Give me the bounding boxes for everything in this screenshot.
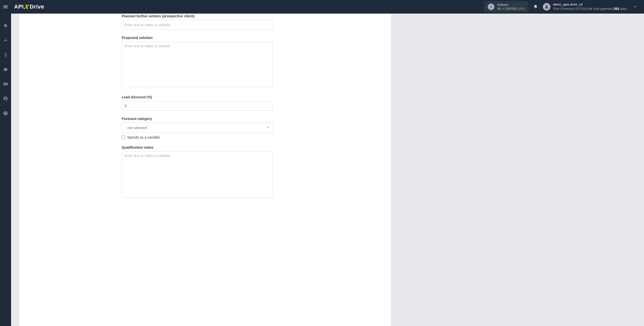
nav-billing[interactable] xyxy=(0,51,11,59)
label-forecast-category: Forecast category xyxy=(122,117,273,121)
textarea-proposed-solution[interactable] xyxy=(122,42,273,88)
actions-counter[interactable]: i Actions: 66 of 200'000 (0%) xyxy=(484,1,529,12)
brand-logo: API X Drive xyxy=(14,3,44,11)
user-texts: demo_apix-drive_s3 Plan |Premium EXTRA| … xyxy=(553,3,627,11)
home-icon xyxy=(3,23,8,28)
field-forecast-category: Forecast category - not selected - Speci… xyxy=(122,117,273,139)
sitemap-icon xyxy=(3,38,8,43)
label-qualification-notes: Qualification notes xyxy=(122,145,273,149)
dollar-icon xyxy=(3,52,8,57)
actions-of: of xyxy=(502,7,505,11)
field-lead-discount: Lead discount (%) xyxy=(122,95,273,111)
nav-home[interactable] xyxy=(0,22,11,30)
user-plan: Plan |Premium EXTRA| left until payment … xyxy=(553,7,627,11)
top-bar: API X Drive i Actions: 66 of 200'000 (0%… xyxy=(0,0,644,14)
user-circle-icon xyxy=(3,96,8,101)
actions-max: 200'000 xyxy=(505,7,517,11)
input-planned-actions[interactable] xyxy=(122,20,273,30)
field-proposed-solution: Proposed solution xyxy=(122,36,273,89)
textarea-qualification-notes[interactable] xyxy=(122,151,273,198)
field-qualification-notes: Qualification notes xyxy=(122,145,273,199)
nav-account[interactable] xyxy=(0,95,11,103)
side-nav xyxy=(0,14,11,326)
brand-part-api: API xyxy=(14,4,24,10)
brand-part-x: X xyxy=(24,3,29,11)
forecast-specify-variable[interactable]: Specify as a variable xyxy=(122,135,273,139)
label-proposed-solution: Proposed solution xyxy=(122,36,273,40)
avatar xyxy=(543,3,550,11)
label-lead-discount: Lead discount (%) xyxy=(122,95,273,99)
nav-projects[interactable] xyxy=(0,65,11,73)
input-lead-discount[interactable] xyxy=(122,101,273,111)
field-planned-actions: Planned further actions (prospective cli… xyxy=(122,14,273,30)
hamburger-icon xyxy=(3,4,8,10)
actions-label: Actions: xyxy=(497,3,525,7)
checkbox-specify-variable[interactable] xyxy=(122,136,125,139)
actions-text: Actions: 66 of 200'000 (0%) xyxy=(497,3,525,11)
nav-connections[interactable] xyxy=(0,36,11,44)
content-stage: Planned further actions (prospective cli… xyxy=(11,14,644,326)
question-icon xyxy=(3,111,8,116)
label-specify-variable: Specify as a variable xyxy=(127,135,160,139)
actions-percent: (0%) xyxy=(518,7,525,11)
chevron-down-icon xyxy=(633,5,637,9)
notifications-button[interactable] xyxy=(531,5,540,9)
nav-videos[interactable] xyxy=(0,80,11,88)
menu-toggle-button[interactable] xyxy=(0,0,11,14)
bell-icon xyxy=(533,5,538,9)
user-icon xyxy=(544,5,549,9)
brand-part-drive: Drive xyxy=(30,4,44,10)
user-menu-chevron[interactable] xyxy=(630,5,640,9)
nav-help[interactable] xyxy=(0,109,11,117)
youtube-icon xyxy=(3,82,8,87)
briefcase-icon xyxy=(3,67,8,72)
form-panel: Planned further actions (prospective cli… xyxy=(19,14,391,326)
label-planned-actions: Planned further actions (prospective cli… xyxy=(122,14,273,18)
user-menu[interactable]: demo_apix-drive_s3 Plan |Premium EXTRA| … xyxy=(543,3,627,11)
select-forecast-category[interactable]: - not selected - xyxy=(122,123,273,133)
actions-current: 66 xyxy=(497,7,501,11)
user-name: demo_apix-drive_s3 xyxy=(553,3,627,7)
form-column: Planned further actions (prospective cli… xyxy=(122,14,273,205)
info-icon: i xyxy=(488,4,494,10)
